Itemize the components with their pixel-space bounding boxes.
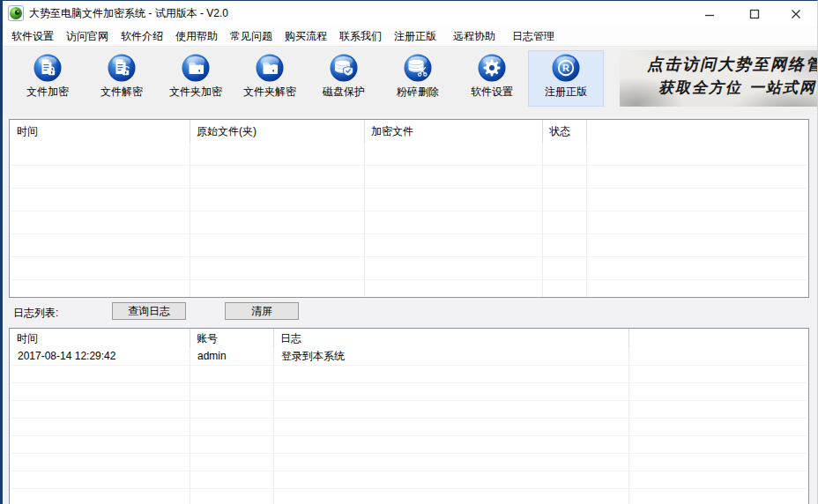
- encryption-table: 时间 原始文件(夹) 加密文件 状态: [9, 119, 809, 298]
- column-header-encrypted-file[interactable]: 加密文件: [364, 120, 542, 143]
- menu-item-help[interactable]: 使用帮助: [175, 26, 219, 46]
- column-divider: [190, 329, 190, 504]
- log-cell-account: admin: [190, 348, 273, 365]
- column-divider: [628, 329, 629, 504]
- log-list-label: 日志列表:: [13, 306, 58, 321]
- query-log-button[interactable]: 查询日志: [112, 302, 186, 320]
- maximize-icon[interactable]: [734, 1, 775, 26]
- menu-item-log-management[interactable]: 日志管理: [511, 26, 555, 46]
- menu-item-faq[interactable]: 常见问题: [229, 26, 273, 46]
- log-row[interactable]: 2017-08-14 12:29:42 admin 登录到本系统: [10, 348, 808, 366]
- tool-file-encrypt[interactable]: 文件加密: [11, 51, 85, 106]
- folder-unlock-icon: [255, 53, 285, 83]
- empty-row: [10, 489, 808, 504]
- column-divider: [190, 120, 190, 297]
- svg-text:R: R: [562, 63, 569, 73]
- tool-label: 粉碎删除: [397, 85, 439, 100]
- empty-row: [10, 211, 808, 234]
- empty-row: [10, 454, 808, 471]
- empty-row: [10, 471, 808, 489]
- menu-item-register[interactable]: 注册正版: [393, 26, 437, 46]
- log-table: 时间 账号 日志 2017-08-14 12:29:42 admin 登录到本系…: [9, 328, 809, 504]
- gear-icon: [477, 53, 507, 83]
- empty-row: [10, 166, 808, 189]
- promo-banner[interactable]: 点击访问大势至网络管理 获取全方位 一站式网: [620, 50, 818, 107]
- minimize-icon[interactable]: [689, 1, 730, 26]
- tool-software-settings[interactable]: 软件设置: [455, 51, 529, 106]
- folder-lock-icon: [181, 53, 211, 83]
- tool-label: 注册正版: [545, 85, 587, 100]
- tool-label: 磁盘保护: [323, 85, 365, 100]
- empty-row: [10, 366, 808, 383]
- tool-disk-protect[interactable]: 磁盘保护: [307, 51, 381, 106]
- tool-folder-encrypt[interactable]: 文件夹加密: [159, 51, 233, 106]
- tool-folder-decrypt[interactable]: 文件夹解密: [233, 51, 307, 106]
- content-area: 时间 原始文件(夹) 加密文件 状态 日志列表: 查询日志 清屏 时间 账号 日…: [3, 115, 818, 504]
- column-divider: [542, 120, 543, 297]
- menu-item-visit-website[interactable]: 访问官网: [65, 26, 109, 46]
- menu-item-software-settings[interactable]: 软件设置: [11, 26, 55, 46]
- column-header-status[interactable]: 状态: [542, 120, 586, 143]
- tool-register[interactable]: R 注册正版: [529, 51, 603, 106]
- empty-row: [10, 257, 808, 280]
- empty-row: [10, 401, 808, 419]
- menu-item-remote-assist[interactable]: 远程协助: [452, 26, 496, 46]
- empty-row: [10, 383, 808, 401]
- window-title: 大势至电脑文件加密系统 - 试用版本 - V2.0: [29, 1, 228, 26]
- title-bar: 大势至电脑文件加密系统 - 试用版本 - V2.0: [3, 1, 818, 26]
- log-column-log[interactable]: 日志: [273, 329, 628, 348]
- log-cell-log: 登录到本系统: [273, 348, 628, 365]
- column-divider: [364, 120, 365, 297]
- menu-item-software-intro[interactable]: 软件介绍: [120, 26, 164, 46]
- menu-bar: 软件设置 访问官网 软件介绍 使用帮助 常见问题 购买流程 联系我们 注册正版 …: [3, 26, 818, 47]
- tool-label: 文件夹解密: [243, 85, 296, 100]
- file-lock-icon: [33, 53, 63, 83]
- tool-shred-delete[interactable]: 粉碎删除: [381, 51, 455, 106]
- menu-item-contact-us[interactable]: 联系我们: [338, 26, 383, 46]
- disk-shield-icon: [329, 53, 359, 83]
- empty-row: [10, 234, 808, 257]
- shred-delete-icon: [403, 53, 433, 83]
- column-divider: [586, 120, 587, 297]
- log-cell-time: 2017-08-14 12:29:42: [10, 348, 190, 365]
- app-icon: [8, 5, 24, 21]
- log-column-time[interactable]: 时间: [10, 329, 190, 348]
- close-icon[interactable]: [776, 1, 816, 26]
- registered-icon: R: [551, 53, 581, 83]
- empty-row: [10, 143, 808, 166]
- empty-row: [10, 419, 808, 436]
- file-unlock-icon: [107, 53, 137, 83]
- column-divider: [273, 329, 274, 504]
- log-controls: 日志列表: 查询日志 清屏: [11, 302, 811, 323]
- clear-screen-button[interactable]: 清屏: [225, 302, 299, 320]
- tool-label: 文件夹加密: [169, 85, 222, 100]
- empty-row: [10, 189, 808, 211]
- tool-label: 文件解密: [100, 85, 143, 100]
- banner-line1: 点击访问大势至网络管理: [647, 54, 818, 75]
- log-table-header: 时间 账号 日志: [10, 329, 808, 348]
- banner-line2: 获取全方位 一站式网: [658, 78, 816, 98]
- menu-item-purchase[interactable]: 购买流程: [284, 26, 328, 46]
- tool-label: 软件设置: [471, 85, 513, 100]
- tool-file-decrypt[interactable]: 文件解密: [85, 51, 159, 106]
- column-header-time[interactable]: 时间: [10, 120, 190, 143]
- encryption-table-header: 时间 原始文件(夹) 加密文件 状态: [10, 120, 808, 143]
- tool-label: 文件加密: [26, 85, 69, 100]
- empty-row: [10, 280, 808, 298]
- empty-row: [10, 436, 808, 454]
- log-column-account[interactable]: 账号: [190, 329, 273, 348]
- column-header-original-file[interactable]: 原始文件(夹): [190, 120, 364, 143]
